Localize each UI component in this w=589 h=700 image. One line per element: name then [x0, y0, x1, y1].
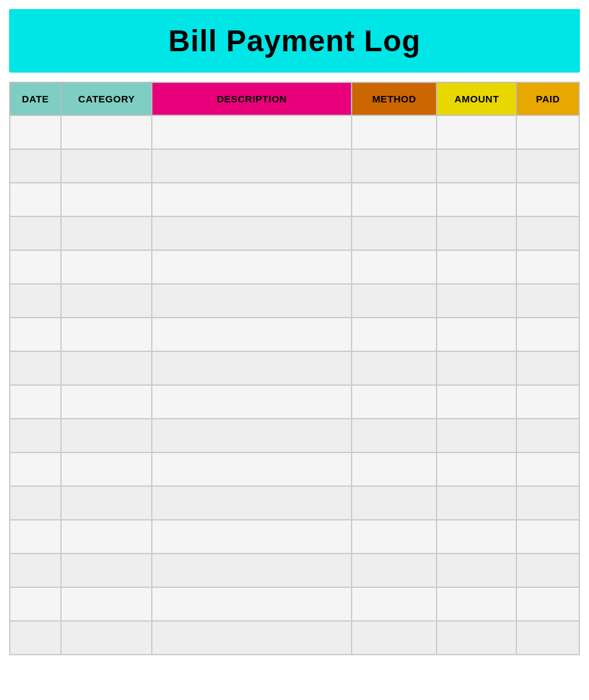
cell-amount[interactable]: [437, 318, 516, 351]
cell-method[interactable]: [352, 385, 437, 419]
cell-date[interactable]: [10, 351, 61, 385]
cell-amount[interactable]: [437, 115, 516, 149]
cell-date[interactable]: [10, 149, 61, 183]
cell-category[interactable]: [61, 216, 152, 250]
cell-date[interactable]: [10, 216, 61, 250]
cell-date[interactable]: [10, 385, 61, 419]
cell-paid[interactable]: [516, 452, 579, 486]
cell-paid[interactable]: [516, 351, 579, 385]
cell-method[interactable]: [352, 554, 437, 587]
cell-method[interactable]: [352, 250, 437, 284]
cell-method[interactable]: [352, 520, 437, 554]
cell-date[interactable]: [10, 587, 61, 621]
cell-amount[interactable]: [437, 452, 516, 486]
table-row: [10, 621, 579, 655]
cell-paid[interactable]: [516, 216, 579, 250]
cell-amount[interactable]: [437, 587, 516, 621]
col-header-date: DATE: [10, 82, 61, 115]
cell-method[interactable]: [352, 115, 437, 149]
cell-amount[interactable]: [437, 621, 516, 655]
cell-method[interactable]: [352, 486, 437, 520]
cell-description[interactable]: [152, 554, 351, 587]
cell-amount[interactable]: [437, 149, 516, 183]
cell-date[interactable]: [10, 621, 61, 655]
cell-category[interactable]: [61, 250, 152, 284]
cell-description[interactable]: [152, 452, 351, 486]
cell-amount[interactable]: [437, 520, 516, 554]
cell-description[interactable]: [152, 250, 351, 284]
cell-date[interactable]: [10, 520, 61, 554]
cell-description[interactable]: [152, 216, 351, 250]
cell-method[interactable]: [352, 318, 437, 351]
cell-date[interactable]: [10, 250, 61, 284]
cell-paid[interactable]: [516, 587, 579, 621]
cell-description[interactable]: [152, 520, 351, 554]
cell-category[interactable]: [61, 419, 152, 452]
cell-amount[interactable]: [437, 419, 516, 452]
cell-category[interactable]: [61, 385, 152, 419]
cell-category[interactable]: [61, 284, 152, 318]
cell-amount[interactable]: [437, 554, 516, 587]
cell-amount[interactable]: [437, 183, 516, 216]
cell-category[interactable]: [61, 486, 152, 520]
table-row: [10, 250, 579, 284]
cell-paid[interactable]: [516, 419, 579, 452]
cell-description[interactable]: [152, 385, 351, 419]
cell-method[interactable]: [352, 419, 437, 452]
cell-description[interactable]: [152, 284, 351, 318]
cell-method[interactable]: [352, 351, 437, 385]
cell-method[interactable]: [352, 284, 437, 318]
cell-category[interactable]: [61, 115, 152, 149]
cell-amount[interactable]: [437, 284, 516, 318]
cell-description[interactable]: [152, 587, 351, 621]
cell-description[interactable]: [152, 621, 351, 655]
cell-method[interactable]: [352, 149, 437, 183]
cell-category[interactable]: [61, 149, 152, 183]
cell-description[interactable]: [152, 419, 351, 452]
cell-paid[interactable]: [516, 115, 579, 149]
cell-date[interactable]: [10, 419, 61, 452]
cell-category[interactable]: [61, 554, 152, 587]
cell-date[interactable]: [10, 284, 61, 318]
cell-paid[interactable]: [516, 486, 579, 520]
cell-amount[interactable]: [437, 216, 516, 250]
cell-date[interactable]: [10, 183, 61, 216]
cell-description[interactable]: [152, 486, 351, 520]
cell-category[interactable]: [61, 183, 152, 216]
cell-category[interactable]: [61, 351, 152, 385]
cell-paid[interactable]: [516, 621, 579, 655]
cell-amount[interactable]: [437, 486, 516, 520]
cell-description[interactable]: [152, 183, 351, 216]
cell-date[interactable]: [10, 318, 61, 351]
cell-description[interactable]: [152, 318, 351, 351]
cell-amount[interactable]: [437, 351, 516, 385]
cell-method[interactable]: [352, 216, 437, 250]
cell-date[interactable]: [10, 115, 61, 149]
cell-description[interactable]: [152, 351, 351, 385]
cell-paid[interactable]: [516, 284, 579, 318]
table-row: [10, 284, 579, 318]
cell-method[interactable]: [352, 452, 437, 486]
cell-paid[interactable]: [516, 183, 579, 216]
cell-category[interactable]: [61, 318, 152, 351]
cell-paid[interactable]: [516, 520, 579, 554]
cell-paid[interactable]: [516, 385, 579, 419]
cell-paid[interactable]: [516, 318, 579, 351]
cell-category[interactable]: [61, 520, 152, 554]
cell-method[interactable]: [352, 183, 437, 216]
cell-method[interactable]: [352, 621, 437, 655]
cell-paid[interactable]: [516, 149, 579, 183]
cell-date[interactable]: [10, 486, 61, 520]
cell-category[interactable]: [61, 452, 152, 486]
cell-description[interactable]: [152, 149, 351, 183]
cell-amount[interactable]: [437, 385, 516, 419]
cell-method[interactable]: [352, 587, 437, 621]
cell-paid[interactable]: [516, 554, 579, 587]
cell-category[interactable]: [61, 587, 152, 621]
cell-amount[interactable]: [437, 250, 516, 284]
cell-date[interactable]: [10, 554, 61, 587]
cell-category[interactable]: [61, 621, 152, 655]
cell-paid[interactable]: [516, 250, 579, 284]
cell-date[interactable]: [10, 452, 61, 486]
cell-description[interactable]: [152, 115, 351, 149]
